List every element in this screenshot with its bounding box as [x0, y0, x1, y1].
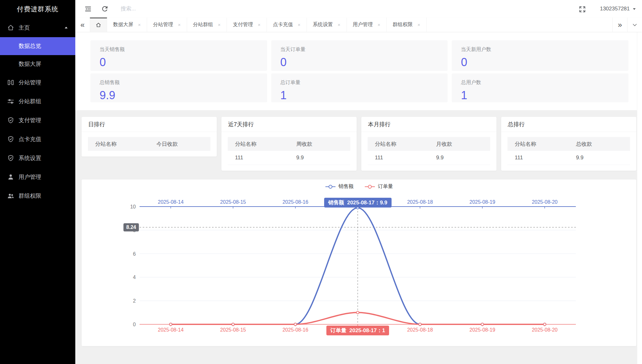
close-icon[interactable]: × — [298, 22, 301, 27]
stat-value: 9.9 — [100, 89, 258, 102]
sidebar-item-label: 群组权限 — [19, 192, 41, 200]
tab-label: 数据大屏 — [113, 21, 133, 28]
tabs-bar: « 数据大屏×分站管理×分站群组×支付管理×点卡充值×系统设置×用户管理×群组权… — [75, 18, 642, 32]
svg-text:2025-08-18: 2025-08-18 — [407, 199, 433, 205]
table-row[interactable]: 1119.9 — [228, 151, 350, 165]
tab-分站管理[interactable]: 分站管理× — [147, 18, 187, 32]
column-header: 分站名称 — [88, 140, 149, 148]
tabs-scroll-left-button[interactable]: « — [75, 18, 90, 32]
sidebar-item-分站群组[interactable]: 分站群组 — [0, 92, 75, 111]
tab-home[interactable] — [90, 18, 107, 32]
stat-card-当天订单量: 当天订单量0 — [271, 40, 448, 71]
sidebar-item-label: 主页 — [19, 24, 30, 31]
svg-text:2: 2 — [133, 298, 136, 304]
close-icon[interactable]: × — [178, 22, 181, 27]
table-row[interactable]: 1119.9 — [368, 151, 490, 165]
table-row[interactable]: 1119.9 — [507, 151, 630, 165]
legend-label: 销售额 — [339, 183, 354, 190]
stat-value: 1 — [280, 89, 439, 102]
home-icon — [7, 24, 14, 31]
sidebar-item-label: 系统设置 — [19, 154, 41, 162]
search-input[interactable] — [120, 5, 216, 12]
sidebar: 付费进群系统 主页数据总览数据大屏分站管理分站群组支付管理点卡充值系统设置用户管… — [0, 0, 75, 364]
stats-section: 当天销售额0当天订单量0当天新用户数0总销售额9.9总订单量1总用户数1 — [75, 32, 637, 110]
panel-title: 日排行 — [82, 117, 217, 132]
sidebar-item-用户管理[interactable]: 用户管理 — [0, 168, 75, 186]
sidebar-menu: 主页数据总览数据大屏分站管理分站群组支付管理点卡充值系统设置用户管理群组权限 — [0, 18, 75, 205]
panel-body: 分站名称今日收款 — [82, 132, 217, 156]
table-header: 分站名称周收款 — [228, 137, 350, 151]
tab-群组权限[interactable]: 群组权限× — [387, 18, 427, 32]
tab-支付管理[interactable]: 支付管理× — [227, 18, 267, 32]
close-icon[interactable]: × — [258, 22, 261, 27]
sidebar-subitem-数据总览[interactable]: 数据总览 — [0, 37, 75, 55]
panel-title: 本月排行 — [361, 117, 496, 132]
stat-label: 总销售额 — [100, 79, 258, 86]
table-cell: 111 — [507, 155, 569, 161]
columns-icon — [7, 79, 14, 86]
tab-分站群组[interactable]: 分站群组× — [187, 18, 227, 32]
tab-用户管理[interactable]: 用户管理× — [347, 18, 387, 32]
users-icon — [7, 192, 14, 200]
stat-value: 0 — [100, 56, 258, 69]
sidebar-item-label: 分站群组 — [19, 98, 41, 105]
shield-check-icon — [7, 135, 14, 143]
refresh-icon[interactable] — [101, 5, 109, 13]
ranking-panel-总排行: 总排行分站名称总收款1119.9 — [501, 117, 636, 171]
close-icon[interactable]: × — [138, 22, 141, 27]
legend-item-订单量[interactable]: 订单量 — [364, 183, 393, 190]
stat-card-当天新用户数: 当天新用户数0 — [452, 40, 628, 71]
tab-点卡充值[interactable]: 点卡充值× — [267, 18, 307, 32]
svg-text:2025-08-14: 2025-08-14 — [158, 199, 184, 205]
close-icon[interactable]: × — [378, 22, 381, 27]
app-root: 付费进群系统 主页数据总览数据大屏分站管理分站群组支付管理点卡充值系统设置用户管… — [0, 0, 642, 364]
stat-label: 当天销售额 — [100, 46, 258, 53]
table-cell: 111 — [368, 155, 429, 161]
svg-text:2025-08-16: 2025-08-16 — [283, 199, 308, 205]
home-icon — [95, 22, 101, 28]
user-dropdown[interactable]: 1302357281 — [600, 6, 636, 12]
panel-title: 总排行 — [501, 117, 636, 132]
tabs-dropdown-button[interactable] — [627, 18, 642, 32]
tab-label: 群组权限 — [393, 21, 413, 28]
scrollbar-track[interactable] — [637, 32, 642, 364]
sidebar-item-分站管理[interactable]: 分站管理 — [0, 73, 75, 92]
close-icon[interactable]: × — [218, 22, 221, 27]
tab-数据大屏[interactable]: 数据大屏× — [107, 18, 147, 32]
stat-card-总销售额: 总销售额9.9 — [90, 73, 267, 102]
svg-text:2025-08-19: 2025-08-19 — [469, 199, 495, 205]
close-icon[interactable]: × — [338, 22, 341, 27]
svg-text:0: 0 — [133, 322, 136, 327]
svg-text:2025-08-14: 2025-08-14 — [158, 327, 184, 333]
main-content: 当天销售额0当天订单量0当天新用户数0总销售额9.9总订单量1总用户数1 日排行… — [75, 32, 642, 364]
sidebar-item-群组权限[interactable]: 群组权限 — [0, 186, 75, 205]
stat-label: 当天订单量 — [280, 46, 439, 53]
top-navbar: 1302357281 — [75, 0, 642, 18]
menu-collapse-icon[interactable] — [84, 5, 92, 13]
sidebar-item-系统设置[interactable]: 系统设置 — [0, 149, 75, 168]
fullscreen-icon[interactable] — [578, 5, 585, 12]
table-header: 分站名称总收款 — [507, 137, 630, 151]
legend-item-销售额[interactable]: 销售额 — [325, 183, 354, 190]
close-icon[interactable]: × — [417, 22, 420, 27]
sidebar-item-label: 支付管理 — [19, 117, 41, 124]
tab-系统设置[interactable]: 系统设置× — [307, 18, 347, 32]
sidebar-item-主页[interactable]: 主页 — [0, 18, 75, 37]
sidebar-item-支付管理[interactable]: 支付管理 — [0, 111, 75, 130]
stat-card-当天销售额: 当天销售额0 — [90, 40, 267, 71]
sidebar-item-点卡充值[interactable]: 点卡充值 — [0, 130, 75, 149]
column-header: 分站名称 — [368, 140, 429, 148]
tabs-scroll-right-button[interactable]: » — [612, 18, 627, 32]
svg-text:4: 4 — [133, 275, 136, 280]
tab-label: 用户管理 — [353, 21, 373, 28]
tab-label: 分站群组 — [193, 21, 213, 28]
column-header: 周收款 — [289, 140, 351, 148]
user-icon — [7, 173, 14, 181]
stat-value: 0 — [280, 56, 439, 69]
ranking-panels: 日排行分站名称今日收款近7天排行分站名称周收款1119.9本月排行分站名称月收款… — [82, 117, 636, 171]
svg-text:2025-08-15: 2025-08-15 — [220, 199, 246, 205]
stat-value: 0 — [461, 56, 619, 69]
stat-label: 总订单量 — [280, 79, 439, 86]
sidebar-subitem-数据大屏[interactable]: 数据大屏 — [0, 55, 75, 73]
stat-label: 当天新用户数 — [461, 46, 619, 53]
